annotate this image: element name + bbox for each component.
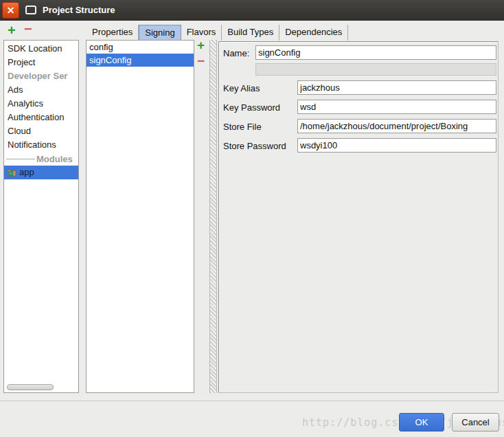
sidebar-item-app[interactable]: app	[4, 166, 78, 179]
sidebar-item-developer-services: Developer Ser	[4, 69, 78, 83]
tab-signing[interactable]: Signing	[139, 25, 181, 41]
sidebar-panel: SDK Location Project Developer Ser Ads A…	[3, 40, 79, 393]
key-password-input[interactable]	[297, 100, 496, 114]
name-input[interactable]	[255, 45, 496, 60]
plus-icon: +	[197, 38, 205, 52]
cancel-button[interactable]: Cancel	[452, 413, 499, 432]
maximize-icon	[25, 5, 36, 14]
store-file-input[interactable]	[297, 119, 496, 133]
signing-form-panel: Name: Key Alias Key Password Store File …	[218, 41, 499, 393]
tab-dependencies[interactable]: Dependencies	[279, 25, 348, 41]
sidebar-item-sdk-location[interactable]: SDK Location	[4, 42, 78, 56]
add-config-button[interactable]: +	[197, 38, 205, 53]
remove-module-button[interactable]: −	[24, 21, 32, 37]
remove-config-button[interactable]: −	[197, 54, 205, 69]
scrollbar-thumb[interactable]	[7, 384, 54, 390]
list-item-config[interactable]: config	[87, 41, 194, 54]
store-file-label: Store File	[223, 122, 262, 132]
sidebar-item-ads[interactable]: Ads	[4, 83, 78, 97]
sidebar-item-cloud[interactable]: Cloud	[4, 124, 78, 138]
key-alias-label: Key Alias	[223, 83, 260, 93]
name-label: Name:	[223, 48, 249, 58]
minus-icon: −	[24, 21, 32, 36]
add-module-button[interactable]: +	[8, 23, 16, 38]
key-alias-input[interactable]	[297, 80, 496, 95]
sidebar-item-analytics[interactable]: Analytics	[4, 97, 78, 111]
sidebar-horizontal-scrollbar	[5, 383, 77, 392]
modules-label: Modules	[36, 154, 73, 164]
project-structure-dialog: ✕ Project Structure + − Properties Signi…	[0, 0, 504, 437]
footer-separator	[0, 401, 504, 401]
store-password-input[interactable]	[297, 138, 496, 153]
module-folder-icon	[7, 168, 16, 177]
store-password-label: Store Password	[223, 141, 286, 151]
sidebar-item-project[interactable]: Project	[4, 56, 78, 69]
modules-section-header: Modules	[4, 152, 78, 166]
close-button[interactable]: ✕	[2, 2, 19, 19]
splitter-handle[interactable]	[209, 40, 217, 393]
tab-bar: Properties Signing Flavors Build Types D…	[86, 25, 348, 41]
sidebar-item-notifications[interactable]: Notifications	[4, 138, 78, 152]
tab-build-types[interactable]: Build Types	[222, 25, 279, 41]
maximize-button[interactable]	[23, 3, 38, 17]
ok-button[interactable]: OK	[399, 413, 444, 432]
key-password-label: Key Password	[223, 102, 280, 113]
minus-icon: −	[197, 54, 205, 68]
sidebar-item-authentication[interactable]: Authentication	[4, 111, 78, 124]
module-name-label: app	[19, 166, 34, 179]
close-icon: ✕	[7, 5, 15, 16]
separator-line	[6, 159, 35, 159]
list-item-signconfig[interactable]: signConfig	[87, 54, 194, 67]
sidebar-list: SDK Location Project Developer Ser Ads A…	[4, 41, 78, 179]
tab-properties[interactable]: Properties	[86, 25, 139, 41]
signing-config-list: config signConfig	[86, 40, 194, 393]
disabled-field	[255, 63, 496, 76]
window-title: Project Structure	[43, 0, 115, 21]
titlebar: ✕ Project Structure	[0, 0, 504, 21]
plus-icon: +	[8, 23, 16, 38]
